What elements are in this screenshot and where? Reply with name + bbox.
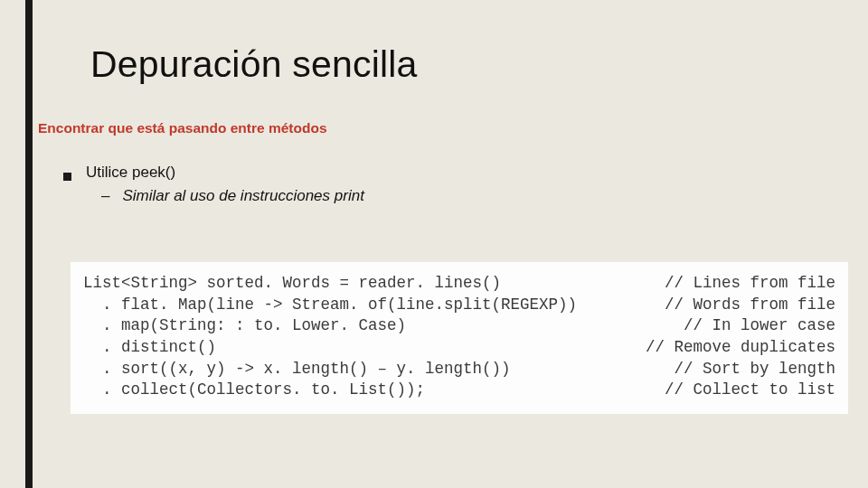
slide-body: Depuración sencilla Encontrar que está p… (33, 0, 868, 488)
bullet-list: Utilice peek() – Similar al uso de instr… (63, 164, 841, 205)
code-text: . distinct() (83, 337, 216, 359)
code-line: . sort((x, y) -> x. length() – y. length… (83, 359, 835, 380)
code-text: . map(String: : to. Lower. Case) (83, 315, 406, 337)
code-text: List<String> sorted. Words = reader. lin… (83, 273, 501, 295)
code-comment: // Words from file (665, 295, 835, 316)
dash-icon: – (101, 187, 109, 205)
code-comment: // Collect to list (665, 380, 835, 401)
code-text: . sort((x, y) -> x. length() – y. length… (83, 359, 511, 380)
code-line: . map(String: : to. Lower. Case) // In l… (83, 315, 835, 337)
slide-subtitle: Encontrar que está pasando entre métodos (38, 120, 841, 136)
slide-title: Depuración sencilla (90, 43, 841, 86)
square-bullet-icon (63, 173, 71, 181)
accent-bar (25, 0, 33, 488)
sub-bullet-item: – Similar al uso de instrucciones print (101, 187, 841, 205)
code-comment: // In lower case (684, 315, 835, 337)
code-comment: // Remove duplicates (646, 337, 835, 359)
bullet-item: Utilice peek() (63, 164, 841, 182)
code-comment: // Sort by length (674, 359, 835, 380)
sub-bullet-text: Similar al uso de instrucciones print (122, 187, 363, 205)
code-block: List<String> sorted. Words = reader. lin… (71, 262, 848, 414)
code-line: . distinct() // Remove duplicates (83, 337, 835, 359)
code-text: . collect(Collectors. to. List()); (83, 380, 425, 401)
code-text: . flat. Map(line -> Stream. of(line.spli… (83, 295, 577, 316)
code-line: List<String> sorted. Words = reader. lin… (83, 273, 835, 295)
bullet-text: Utilice peek() (86, 164, 175, 182)
code-line: . collect(Collectors. to. List()); // Co… (83, 380, 835, 401)
code-line: . flat. Map(line -> Stream. of(line.spli… (83, 295, 835, 316)
code-comment: // Lines from file (665, 273, 835, 295)
